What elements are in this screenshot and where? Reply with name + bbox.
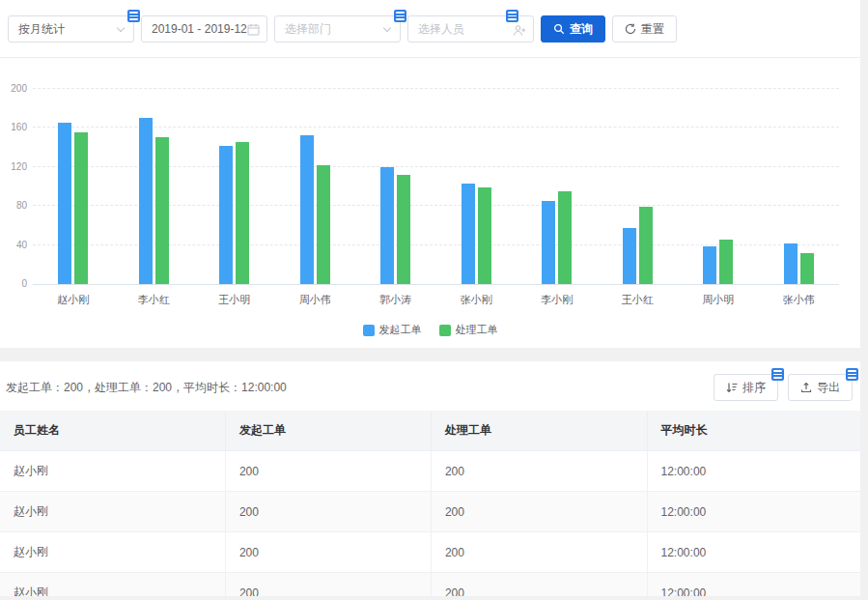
legend-swatch — [439, 325, 451, 336]
table-header-cell: 发起工单 — [225, 411, 431, 451]
x-axis-label: 张小伟 — [759, 293, 840, 307]
chart-legend: 发起工单处理工单 — [0, 323, 860, 337]
x-axis-label: 郭小涛 — [355, 293, 436, 307]
bar-group — [517, 90, 598, 284]
y-axis-tick-label: 200 — [2, 83, 27, 94]
bar-chart: 04080120160200 赵小刚李小红王小明周小伟郭小涛张小刚李小刚王小红周… — [0, 58, 860, 337]
bar-group — [598, 90, 679, 284]
table-cell: 12:00:00 — [647, 451, 860, 492]
table-header-cell: 处理工单 — [431, 411, 647, 451]
bar-groups — [33, 90, 839, 284]
annotation-badge-icon — [394, 10, 406, 22]
annotation-badge-icon — [506, 10, 518, 22]
table-cell: 赵小刚 — [0, 451, 225, 492]
chevron-down-icon — [117, 24, 125, 32]
sort-button[interactable]: 排序 — [714, 374, 778, 401]
legend-item[interactable]: 发起工单 — [363, 323, 422, 337]
bar — [397, 175, 410, 284]
search-button-label: 查询 — [570, 21, 593, 38]
table-actions: 排序 导出 — [714, 374, 853, 401]
x-axis-label: 张小刚 — [436, 293, 518, 307]
bar-group — [678, 90, 759, 284]
legend-label: 处理工单 — [456, 323, 498, 337]
person-input-wrapper — [407, 15, 534, 43]
bar — [300, 135, 314, 284]
table-cell: 赵小刚 — [0, 492, 225, 532]
chevron-down-icon — [383, 24, 391, 32]
bar-group — [194, 90, 275, 284]
table-header-cell: 员工姓名 — [0, 411, 225, 451]
annotation-badge-icon — [846, 368, 858, 381]
department-select-placeholder: 选择部门 — [275, 21, 352, 38]
bar — [558, 191, 572, 284]
refresh-icon — [625, 23, 636, 35]
x-axis-label: 周小明 — [678, 293, 759, 307]
x-axis-label: 周小伟 — [275, 293, 356, 307]
legend-label: 发起工单 — [379, 323, 422, 337]
search-icon — [553, 23, 565, 35]
table-cell: 200 — [431, 451, 647, 492]
bar — [800, 253, 814, 284]
x-axis-label: 赵小刚 — [33, 293, 114, 307]
chart-card: 按月统计 2019-01 - 2019-12 选择部门 — [0, 0, 860, 348]
table-cell: 12:00:00 — [647, 573, 860, 597]
period-select-value: 按月统计 — [9, 21, 86, 38]
table-cell: 200 — [225, 451, 431, 492]
chart-plot: 04080120160200 — [33, 90, 839, 285]
table-cell: 200 — [431, 532, 647, 573]
bar — [219, 146, 233, 284]
bar — [58, 123, 71, 284]
table-cell: 200 — [225, 573, 431, 597]
y-axis-tick-label: 160 — [2, 122, 27, 132]
annotation-badge-icon — [127, 10, 140, 22]
y-axis-tick-label: 0 — [2, 278, 27, 289]
gridline — [33, 88, 839, 89]
y-axis-tick-label: 80 — [2, 200, 27, 211]
search-button[interactable]: 查询 — [541, 15, 605, 43]
table-cell: 赵小刚 — [0, 532, 225, 573]
bar — [236, 142, 249, 284]
export-button[interactable]: 导出 — [788, 374, 853, 401]
x-axis-label: 李小刚 — [517, 293, 598, 307]
bar — [462, 184, 475, 284]
bar — [317, 165, 330, 284]
table-cell: 200 — [225, 532, 431, 573]
legend-swatch — [363, 325, 375, 336]
export-button-label: 导出 — [817, 380, 840, 396]
bar-group — [355, 90, 436, 284]
y-axis-tick-label: 40 — [2, 240, 27, 250]
table-cell: 200 — [225, 492, 431, 532]
stats-table: 员工姓名发起工单处理工单平均时长 赵小刚20020012:00:00赵小刚200… — [0, 411, 860, 596]
bar — [380, 167, 394, 284]
legend-item[interactable]: 处理工单 — [439, 323, 498, 337]
export-icon — [800, 382, 812, 393]
sort-button-label: 排序 — [742, 380, 766, 396]
bar — [784, 243, 798, 284]
bar — [703, 246, 716, 284]
period-select[interactable]: 按月统计 — [8, 15, 134, 43]
table-header-row: 员工姓名发起工单处理工单平均时长 — [0, 411, 860, 451]
reset-button[interactable]: 重置 — [612, 15, 677, 43]
table-card: 发起工单：200，处理工单：200，平均时长：12:00:00 排序 — [0, 361, 860, 596]
bar — [139, 118, 153, 284]
bar — [478, 187, 491, 284]
table-cell: 12:00:00 — [647, 532, 860, 573]
summary-text: 发起工单：200，处理工单：200，平均时长：12:00:00 — [6, 380, 287, 396]
x-axis-label: 李小红 — [114, 293, 195, 307]
bar — [542, 201, 555, 284]
bar-group — [114, 90, 195, 284]
table-body: 赵小刚20020012:00:00赵小刚20020012:00:00赵小刚200… — [0, 451, 860, 597]
person-add-icon — [513, 24, 526, 37]
date-range-picker[interactable]: 2019-01 - 2019-12 — [141, 15, 267, 43]
department-select[interactable]: 选择部门 — [274, 15, 401, 43]
bar — [74, 132, 88, 284]
bar — [155, 137, 169, 284]
bar — [719, 240, 733, 284]
x-axis-label: 王小明 — [194, 293, 275, 307]
table-cell: 12:00:00 — [647, 492, 860, 532]
bar — [623, 228, 636, 284]
bar-group — [33, 90, 114, 284]
table-cell: 赵小刚 — [0, 573, 225, 597]
chart-x-labels: 赵小刚李小红王小明周小伟郭小涛张小刚李小刚王小红周小明张小伟 — [33, 293, 839, 307]
bar-group — [759, 90, 840, 284]
